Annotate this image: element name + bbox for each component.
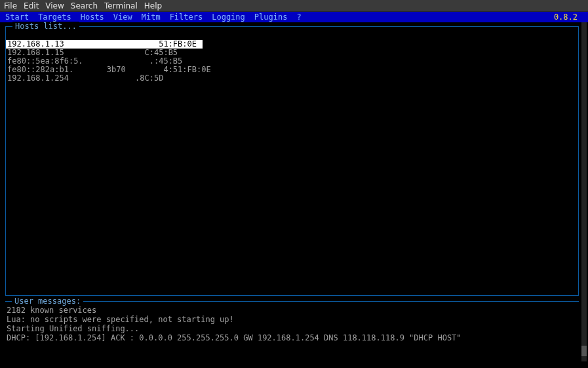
menu-help[interactable]: Help bbox=[144, 1, 162, 10]
app-menubar: Start Targets Hosts View Mitm Filters Lo… bbox=[0, 12, 588, 22]
app-menu-logging[interactable]: Logging bbox=[212, 12, 245, 22]
messages-panel: User messages: 2182 known services Lua: … bbox=[5, 301, 579, 364]
app-menu-filters[interactable]: Filters bbox=[170, 12, 203, 22]
menu-view[interactable]: View bbox=[45, 1, 64, 10]
app-menu-targets[interactable]: Targets bbox=[38, 12, 71, 22]
app-version: 0.8.2 bbox=[554, 12, 583, 22]
app-menu-start[interactable]: Start bbox=[5, 12, 29, 22]
message-line: Lua: no scripts were specified, not star… bbox=[5, 315, 579, 324]
app-menu-hosts[interactable]: Hosts bbox=[81, 12, 104, 22]
menu-terminal[interactable]: Terminal bbox=[104, 1, 138, 10]
hosts-list[interactable]: 192.168.1.13 51:FB:0E 192.168.1.15 C:45:… bbox=[6, 27, 578, 83]
host-row[interactable]: 192.168.1.254 .8C:5D bbox=[6, 74, 578, 83]
app-menu-mitm[interactable]: Mitm bbox=[142, 12, 161, 22]
menu-edit[interactable]: Edit bbox=[24, 1, 39, 10]
app-menu-view[interactable]: View bbox=[113, 12, 132, 22]
menu-search[interactable]: Search bbox=[71, 1, 98, 10]
hosts-panel: Hosts list... 192.168.1.13 51:FB:0E 192.… bbox=[5, 26, 579, 296]
message-line: DHCP: [192.168.1.254] ACK : 0.0.0.0 255.… bbox=[5, 333, 579, 342]
messages-panel-title: User messages: bbox=[12, 296, 83, 306]
hosts-panel-title: Hosts list... bbox=[12, 22, 79, 31]
app-menu-plugins[interactable]: Plugins bbox=[254, 12, 288, 22]
messages-box: User messages: 2182 known services Lua: … bbox=[5, 301, 579, 364]
message-line: Starting Unified sniffing... bbox=[5, 324, 579, 333]
message-line: 2182 known services bbox=[5, 306, 579, 315]
scroll-thumb[interactable] bbox=[581, 346, 587, 356]
hosts-box: Hosts list... 192.168.1.13 51:FB:0E 192.… bbox=[5, 26, 579, 296]
app-menu-help[interactable]: ? bbox=[296, 12, 301, 22]
window-titlebar: File Edit View Search Terminal Help bbox=[0, 0, 588, 12]
menu-file[interactable]: File bbox=[4, 1, 17, 10]
vertical-scrollbar[interactable] bbox=[581, 22, 587, 361]
